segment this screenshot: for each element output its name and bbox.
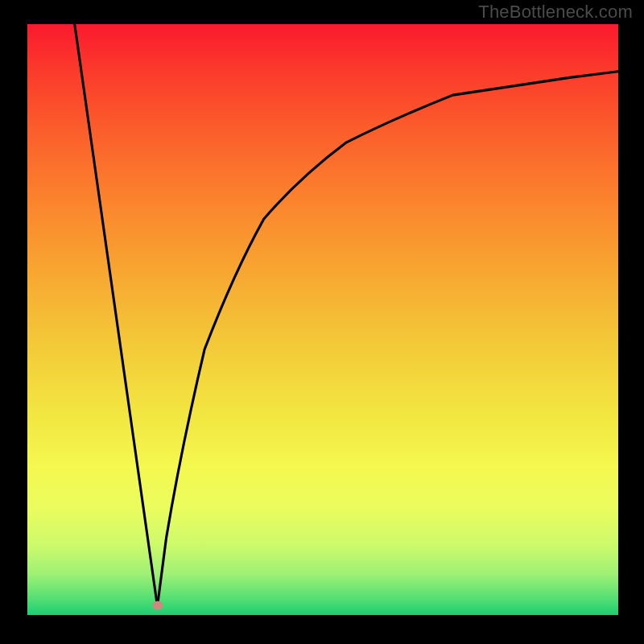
bottleneck-marker [152, 601, 163, 610]
plot-area [27, 24, 618, 615]
curve-svg [27, 24, 618, 615]
chart-frame: TheBottleneck.com [0, 0, 644, 644]
curve-left-leg [75, 24, 158, 606]
watermark-text: TheBottleneck.com [478, 2, 633, 23]
curve-right [158, 72, 619, 606]
